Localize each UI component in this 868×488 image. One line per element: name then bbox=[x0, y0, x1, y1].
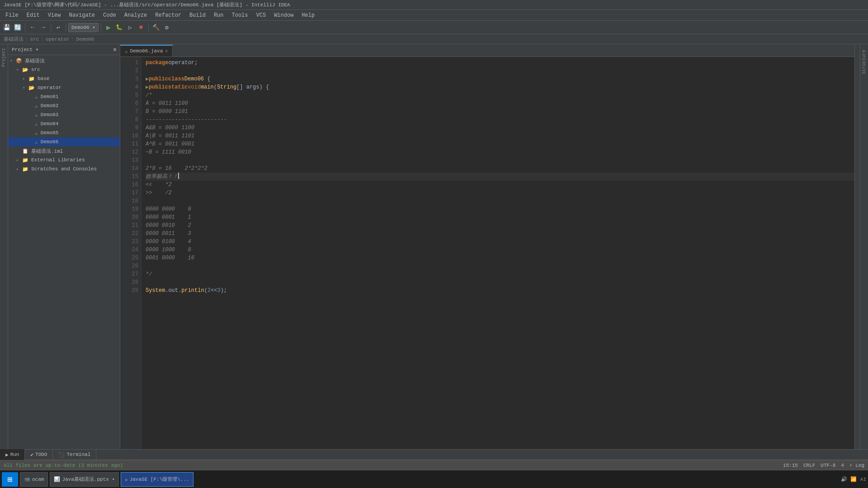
tree-item-base[interactable]: ▸📁base bbox=[8, 74, 120, 83]
toolbar-coverage[interactable]: ▷ bbox=[125, 23, 135, 33]
tree-label: Demo05 bbox=[41, 130, 59, 136]
breadcrumb: 基础语法 \ src \ operator \ Demo06 bbox=[0, 34, 868, 44]
line-numbers: 1234567891011121314151617181920212223242… bbox=[120, 57, 142, 449]
tree-item-基础语法[interactable]: ▾📦基础语法 bbox=[8, 56, 120, 65]
tree-arrow: ▾ bbox=[16, 67, 21, 72]
status-encoding: UTF-8 bbox=[821, 463, 835, 468]
run-config-label[interactable]: Demo06 ▾ bbox=[68, 23, 99, 32]
code-content[interactable]: package operator;▶public class Demo06 {▶… bbox=[142, 57, 854, 449]
toolbar-debug[interactable]: 🐛 bbox=[114, 23, 124, 33]
toolbar-run[interactable]: ▶ bbox=[104, 23, 113, 33]
code-editor[interactable]: 1234567891011121314151617181920212223242… bbox=[120, 57, 854, 449]
line-number: 4 bbox=[122, 83, 138, 91]
tab-bar: ☕ Demo06.java ✕ bbox=[120, 44, 854, 57]
pptx-label: Java基础语法.pptx • bbox=[62, 476, 115, 483]
menu-help[interactable]: Help bbox=[298, 11, 318, 19]
toolbar-sync[interactable]: 🔄 bbox=[13, 23, 23, 33]
breadcrumb-src[interactable]: src bbox=[30, 37, 39, 42]
toolbar-sep1 bbox=[25, 23, 25, 32]
toolbar-build[interactable]: 🔨 bbox=[151, 23, 161, 33]
menu-file[interactable]: File bbox=[2, 11, 22, 19]
menu-tools[interactable]: Tools bbox=[228, 11, 252, 19]
javase-icon: ☕ bbox=[125, 476, 128, 482]
method-call: println bbox=[181, 286, 204, 295]
comment: A^B = 0011 0001 bbox=[146, 140, 194, 148]
tree-arrow: ▾ bbox=[10, 58, 14, 63]
tree-item-基础语法.iml[interactable]: 📋基础语法.iml bbox=[8, 146, 120, 155]
taskbar-icons: 🔊 📶 bbox=[841, 476, 857, 482]
bottom-tab-run[interactable]: ▶ Run bbox=[0, 449, 25, 460]
bottom-tabs: ▶ Run ✔ TODO ⬛ Terminal bbox=[0, 449, 868, 460]
toolbar-stop[interactable]: ■ bbox=[136, 23, 146, 33]
start-button[interactable]: ⊞ bbox=[2, 472, 18, 487]
code-line: 0000 1000 8 bbox=[146, 246, 854, 254]
menu-edit[interactable]: Edit bbox=[23, 11, 43, 19]
status-right: 15:15 CRLF UTF-8 4 ⚡ Log bbox=[783, 462, 864, 468]
tree-item-demo03[interactable]: ☕Demo03 bbox=[8, 110, 120, 119]
comment: 2*8 = 16 2*2*2*2 bbox=[146, 164, 208, 173]
project-gear-icon[interactable]: ⚙ bbox=[113, 47, 116, 52]
toolbar-settings[interactable]: ⚙ bbox=[162, 23, 172, 33]
comment: 0000 0001 1 bbox=[146, 213, 191, 221]
comment: 0000 0010 2 bbox=[146, 221, 191, 230]
terminal-tab-label: Terminal bbox=[66, 452, 90, 457]
line-number: 8 bbox=[122, 116, 138, 124]
editor-area: ☕ Demo06.java ✕ 123456789101112131415161… bbox=[120, 44, 854, 449]
taskbar-right: 🔊 📶 AI bbox=[841, 476, 866, 482]
bottom-tab-todo[interactable]: ✔ TODO bbox=[25, 449, 53, 460]
tree-item-external-libraries[interactable]: ▸📁External Libraries bbox=[8, 155, 120, 164]
taskbar-ocam[interactable]: 📹 ocam bbox=[20, 472, 48, 487]
run-gutter-icon[interactable]: ▶ bbox=[146, 83, 149, 91]
class-name: Demo06 bbox=[184, 75, 204, 83]
toolbar-undo[interactable]: ↩ bbox=[53, 23, 63, 33]
breadcrumb-root[interactable]: 基础语法 bbox=[4, 36, 24, 42]
bottom-tab-terminal[interactable]: ⬛ Terminal bbox=[53, 449, 96, 460]
code-line: 0000 0001 1 bbox=[146, 213, 854, 221]
menu-view[interactable]: View bbox=[44, 11, 65, 19]
comment: 效率极高！！ bbox=[146, 173, 178, 181]
menu-vcs[interactable]: VCS bbox=[253, 11, 270, 19]
structure-label[interactable]: Structure bbox=[861, 46, 868, 78]
comment: A = 0011 1100 bbox=[146, 99, 188, 108]
tab-demo06[interactable]: ☕ Demo06.java ✕ bbox=[120, 45, 173, 56]
menu-code[interactable]: Code bbox=[99, 11, 120, 19]
tree-item-demo06[interactable]: ☕Demo06 bbox=[8, 137, 120, 146]
menu-analyze[interactable]: Analyze bbox=[121, 11, 151, 19]
menu-window[interactable]: Window bbox=[270, 11, 297, 19]
menu-navigate[interactable]: Navigate bbox=[65, 11, 99, 19]
tree-label: 基础语法.iml bbox=[31, 148, 63, 155]
tree-item-demo01[interactable]: ☕Demo01 bbox=[8, 92, 120, 101]
breadcrumb-demo06[interactable]: Demo06 bbox=[76, 37, 94, 42]
menu-refactor[interactable]: Refactor bbox=[151, 11, 185, 19]
code-line: System.out.println(2<<3); bbox=[146, 286, 854, 295]
tree-item-scratches-and-consoles[interactable]: ▸📁Scratches and Consoles bbox=[8, 164, 120, 174]
toolbar-save[interactable]: 💾 bbox=[2, 23, 12, 33]
breadcrumb-operator[interactable]: operator bbox=[46, 37, 70, 42]
tree-item-src[interactable]: ▾📂src bbox=[8, 65, 120, 74]
keyword: class bbox=[168, 75, 184, 83]
taskbar-pptx[interactable]: 📊 Java基础语法.pptx • bbox=[50, 472, 119, 487]
status-linesep: CRLF bbox=[803, 463, 815, 468]
menu-run[interactable]: Run bbox=[210, 11, 227, 19]
toolbar-back[interactable]: ← bbox=[28, 23, 38, 33]
toolbar-sep4 bbox=[101, 23, 101, 32]
taskbar-javase[interactable]: ☕ JavaSE [F:\级管理\... bbox=[121, 472, 193, 487]
toolbar-forward[interactable]: → bbox=[38, 23, 48, 33]
menu-build[interactable]: Build bbox=[186, 11, 209, 19]
line-number: 26 bbox=[122, 262, 138, 270]
code-line bbox=[146, 262, 854, 270]
line-number: 27 bbox=[122, 270, 138, 278]
tab-close-icon[interactable]: ✕ bbox=[165, 48, 168, 54]
tree-item-operator[interactable]: ▾📂operator bbox=[8, 83, 120, 92]
project-side-label[interactable]: Project bbox=[0, 44, 7, 70]
tree-label: base bbox=[38, 76, 49, 81]
run-gutter-icon[interactable]: ▶ bbox=[146, 75, 149, 83]
keyword: public bbox=[149, 83, 168, 91]
line-number: 2 bbox=[122, 67, 138, 75]
tree-item-demo02[interactable]: ☕Demo02 bbox=[8, 101, 120, 110]
right-scroll-panel[interactable] bbox=[854, 44, 860, 449]
tree-item-demo04[interactable]: ☕Demo04 bbox=[8, 119, 120, 128]
tree-item-demo05[interactable]: ☕Demo05 bbox=[8, 128, 120, 137]
toolbar-sep5 bbox=[148, 23, 149, 32]
toolbar-sep2 bbox=[51, 23, 51, 32]
